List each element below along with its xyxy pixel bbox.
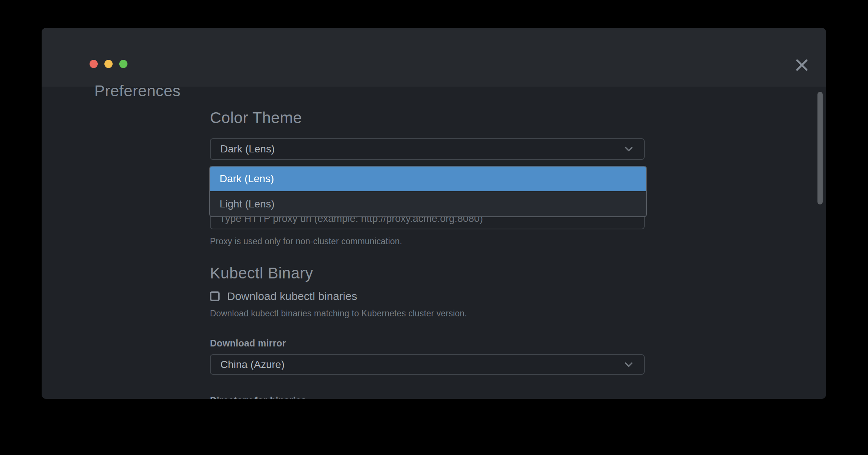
download-mirror-selected-value: China (Azure) xyxy=(211,359,622,371)
minimize-window-icon[interactable] xyxy=(104,60,113,68)
vertical-scrollbar-thumb[interactable] xyxy=(817,92,823,204)
chevron-down-icon xyxy=(622,143,635,155)
color-theme-heading: Color Theme xyxy=(210,109,302,127)
chevron-down-icon xyxy=(622,358,635,371)
close-icon xyxy=(794,57,810,73)
download-mirror-label: Download mirror xyxy=(210,338,286,349)
color-theme-selected-value: Dark (Lens) xyxy=(211,143,622,155)
download-kubectl-label: Download kubectl binaries xyxy=(227,290,357,303)
titlebar: Preferences xyxy=(42,28,826,87)
maximize-window-icon[interactable] xyxy=(119,60,127,68)
color-theme-select[interactable]: Dark (Lens) xyxy=(210,138,645,160)
proxy-hint-text: Proxy is used only for non-cluster commu… xyxy=(210,236,402,246)
preferences-content: Color Theme Dark (Lens) Dark (Lens) Ligh… xyxy=(42,87,826,399)
kubectl-binary-heading: Kubectl Binary xyxy=(210,264,313,282)
kubectl-hint-text: Download kubectl binaries matching to Ku… xyxy=(210,309,467,319)
directory-for-binaries-label: Directory for binaries xyxy=(210,395,306,399)
close-preferences-button[interactable] xyxy=(791,55,812,75)
dropdown-option-light-lens[interactable]: Light (Lens) xyxy=(210,192,646,216)
traffic-lights xyxy=(90,60,127,68)
download-kubectl-checkbox-row[interactable]: Download kubectl binaries xyxy=(210,290,357,303)
close-window-icon[interactable] xyxy=(90,60,98,68)
download-mirror-select[interactable]: China (Azure) xyxy=(210,354,645,375)
preferences-window: Preferences Color Theme Dark (Lens) Dark… xyxy=(42,28,826,399)
color-theme-dropdown-menu: Dark (Lens) Light (Lens) xyxy=(209,166,647,217)
settings-column: Color Theme Dark (Lens) Dark (Lens) Ligh… xyxy=(210,87,645,399)
checkbox-unchecked-icon[interactable] xyxy=(210,291,220,301)
dropdown-option-dark-lens[interactable]: Dark (Lens) xyxy=(210,167,646,192)
